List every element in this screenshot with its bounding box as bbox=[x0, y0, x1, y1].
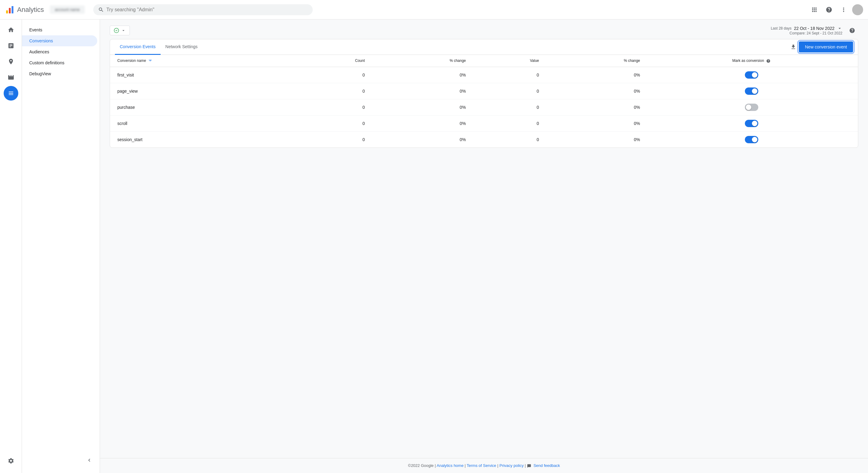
toggle-switch[interactable] bbox=[745, 88, 758, 95]
cell-name: scroll bbox=[110, 115, 294, 131]
sidebar-item-debugview[interactable]: DebugView bbox=[22, 68, 97, 79]
sidebar-collapse-button[interactable] bbox=[22, 452, 100, 468]
topbar: Analytics account name bbox=[0, 0, 868, 20]
apps-icon bbox=[811, 6, 818, 13]
sidebar-item-events[interactable]: Events bbox=[22, 24, 97, 35]
cell-value-change: 0% bbox=[544, 67, 645, 83]
svg-rect-1 bbox=[9, 8, 11, 13]
advertising-icon bbox=[8, 74, 14, 81]
col-value: Value bbox=[471, 55, 544, 67]
nav-reports-button[interactable] bbox=[4, 38, 18, 53]
cell-value: 0 bbox=[471, 99, 544, 115]
col-value-change: % change bbox=[544, 55, 645, 67]
cell-count: 0 bbox=[294, 131, 370, 148]
nav-home-button[interactable] bbox=[4, 23, 18, 37]
main-layout: Events Conversions Audiences Custom defi… bbox=[0, 20, 868, 473]
sidebar-item-audiences[interactable]: Audiences bbox=[22, 46, 97, 57]
search-area bbox=[93, 4, 313, 15]
cell-value: 0 bbox=[471, 83, 544, 99]
cell-value-change: 0% bbox=[544, 115, 645, 131]
cell-count: 0 bbox=[294, 67, 370, 83]
toggle-switch[interactable] bbox=[745, 120, 758, 127]
search-icon bbox=[98, 7, 104, 13]
feedback-link[interactable]: Send feedback bbox=[533, 463, 560, 468]
cell-toggle[interactable] bbox=[645, 115, 858, 131]
col-mark: Mark as conversion bbox=[645, 55, 858, 67]
help-circle-icon bbox=[849, 27, 855, 34]
date-range[interactable]: Last 28 days 22 Oct - 18 Nov 2022 bbox=[771, 26, 842, 31]
tab-network-settings[interactable]: Network Settings bbox=[161, 39, 203, 55]
cell-name: purchase bbox=[110, 99, 294, 115]
toggle-switch[interactable] bbox=[745, 104, 758, 111]
cell-toggle[interactable] bbox=[645, 67, 858, 83]
search-input[interactable] bbox=[106, 7, 308, 12]
toggle-switch[interactable] bbox=[745, 136, 758, 143]
analytics-home-link[interactable]: Analytics home bbox=[437, 463, 464, 468]
cell-count-change: 0% bbox=[370, 83, 471, 99]
privacy-link[interactable]: Privacy policy bbox=[499, 463, 524, 468]
content-header: Last 28 days 22 Oct - 18 Nov 2022 Compar… bbox=[100, 20, 868, 39]
home-icon bbox=[8, 27, 14, 33]
date-help-button[interactable] bbox=[846, 24, 858, 37]
help-icon bbox=[826, 6, 832, 13]
avatar[interactable] bbox=[852, 4, 863, 15]
analytics-logo-icon bbox=[5, 5, 14, 14]
check-circle-icon bbox=[114, 28, 119, 33]
svg-rect-0 bbox=[6, 10, 8, 13]
topbar-actions bbox=[808, 4, 863, 16]
account-selector[interactable]: account name bbox=[50, 5, 85, 14]
sidebar-item-custom-definitions[interactable]: Custom definitions bbox=[22, 57, 97, 68]
left-nav bbox=[0, 20, 22, 473]
help-button[interactable] bbox=[823, 4, 835, 16]
nav-explore-button[interactable] bbox=[4, 54, 18, 69]
col-name[interactable]: Conversion name bbox=[110, 55, 294, 67]
col-count-change: % change bbox=[370, 55, 471, 67]
date-info: Last 28 days 22 Oct - 18 Nov 2022 Compar… bbox=[771, 26, 842, 35]
cell-name: first_visit bbox=[110, 67, 294, 83]
cell-toggle[interactable] bbox=[645, 131, 858, 148]
logo-area: Analytics bbox=[5, 5, 44, 14]
cell-value: 0 bbox=[471, 131, 544, 148]
table-row: page_view 0 0% 0 0% bbox=[110, 83, 858, 99]
cell-value: 0 bbox=[471, 115, 544, 131]
search-box[interactable] bbox=[93, 4, 313, 15]
toggle-thumb bbox=[752, 121, 757, 126]
nav-advertising-button[interactable] bbox=[4, 70, 18, 85]
download-icon bbox=[790, 44, 796, 50]
toggle-thumb bbox=[752, 137, 757, 142]
download-button[interactable] bbox=[788, 41, 799, 53]
configure-icon bbox=[8, 90, 14, 97]
cell-count-change: 0% bbox=[370, 99, 471, 115]
cell-count-change: 0% bbox=[370, 115, 471, 131]
new-conversion-button[interactable]: New conversion event bbox=[799, 41, 853, 53]
settings-icon bbox=[8, 458, 14, 464]
nav-settings-button[interactable] bbox=[4, 453, 18, 468]
col-count: Count bbox=[294, 55, 370, 67]
cell-count: 0 bbox=[294, 115, 370, 131]
sidebar-item-conversions[interactable]: Conversions bbox=[22, 35, 97, 46]
table-card: Conversion Events Network Settings New c… bbox=[110, 39, 858, 148]
tab-conversion-events[interactable]: Conversion Events bbox=[115, 39, 161, 55]
apps-button[interactable] bbox=[808, 4, 820, 16]
status-button[interactable] bbox=[110, 26, 130, 35]
table-row: purchase 0 0% 0 0% bbox=[110, 99, 858, 115]
footer: ©2022 Google | Analytics home | Terms of… bbox=[100, 458, 868, 473]
terms-link[interactable]: Terms of Service bbox=[467, 463, 496, 468]
svg-rect-2 bbox=[11, 6, 13, 13]
dropdown-arrow-icon bbox=[121, 28, 126, 33]
sidebar: Events Conversions Audiences Custom defi… bbox=[22, 20, 100, 473]
cell-toggle[interactable] bbox=[645, 83, 858, 99]
table-row: session_start 0 0% 0 0% bbox=[110, 131, 858, 148]
cell-value-change: 0% bbox=[544, 99, 645, 115]
cell-name: page_view bbox=[110, 83, 294, 99]
chevron-left-icon bbox=[86, 457, 92, 463]
toggle-switch[interactable] bbox=[745, 71, 758, 78]
content-body: Conversion Events Network Settings New c… bbox=[100, 39, 868, 458]
more-options-button[interactable] bbox=[838, 4, 850, 16]
cell-toggle[interactable] bbox=[645, 99, 858, 115]
table-body: first_visit 0 0% 0 0% page_view 0 0% 0 0… bbox=[110, 67, 858, 148]
table-row: scroll 0 0% 0 0% bbox=[110, 115, 858, 131]
cell-count-change: 0% bbox=[370, 131, 471, 148]
conversions-table: Conversion name Count % change Value % c… bbox=[110, 55, 858, 148]
nav-configure-button[interactable] bbox=[4, 86, 18, 101]
